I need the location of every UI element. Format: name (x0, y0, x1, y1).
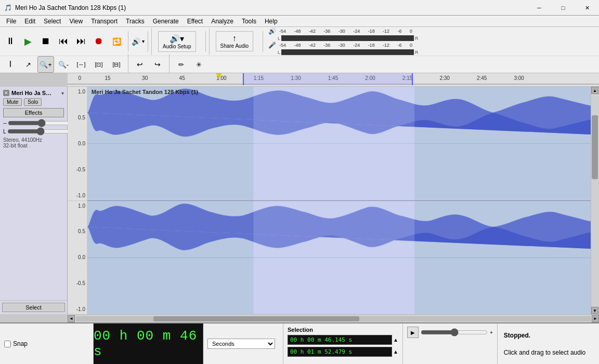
waveform-channel-2[interactable] (87, 201, 591, 315)
scroll-up-button[interactable]: ▲ (591, 87, 598, 94)
volume-icon: ─ (3, 120, 7, 126)
app-window: 🎵 Meri Ho Ja Sachet Tandon 128 Kbps (1) … (0, 0, 599, 364)
zoom-in-button[interactable]: 🔍+ (37, 56, 54, 73)
selection-times: Selection 00 h 00 m 46.145 s ▲ 00 h 01 m… (283, 323, 403, 364)
y-axis-top: 1.0 0.5 0.0 -0.5 -1.0 (68, 87, 87, 201)
undo-button[interactable]: ↩ (132, 56, 148, 73)
seconds-area: Seconds Minutes hh:mm:ss (203, 323, 283, 364)
y-label2--0.5: -0.5 (69, 280, 85, 286)
stop-button[interactable]: ⏹ (37, 33, 54, 50)
volume-row: ─ + (3, 119, 64, 127)
toolbar-separator-1 (128, 31, 128, 52)
scroll-thumb-h[interactable] (153, 316, 359, 321)
waveform-svg-1 (87, 87, 591, 200)
playback-speed-slider[interactable] (421, 328, 488, 336)
scroll-thumb-v[interactable] (592, 115, 598, 179)
mic-vu-icon: 🎤 (268, 42, 276, 49)
pan-row: L R (3, 128, 64, 135)
toolbar-row2: I ↗ 🔍+ 🔍- [↔] [⊡] [⊟] ↩ ↪ ✏ ✳ (0, 56, 599, 73)
vu-bar-2 (281, 49, 414, 55)
scroll-down-button[interactable]: ▼ (591, 307, 598, 314)
time-digits: 00 h 00 m 46 s (94, 328, 203, 359)
scroll-left-button[interactable]: ◄ (68, 315, 75, 322)
audio-setup-label: Audio Setup (163, 44, 191, 49)
toolbars: ⏸ ▶ ⏹ ⏮ ⏭ ⏺ 🔁 🔊 ▾ 🔊▾ Audio Setup (0, 27, 599, 73)
menu-tools[interactable]: Tools (238, 16, 261, 27)
track-info: Stereo, 44100Hz32-bit float (3, 137, 64, 149)
solo-button[interactable]: Solo (24, 98, 42, 106)
tracks-container: ✕ Meri Ho Ja S… ▾ Mute Solo Effects ─ + (0, 87, 599, 314)
svg-text:2:45: 2:45 (477, 75, 487, 81)
selection-tool-button[interactable]: I (2, 56, 19, 73)
selection-time-2: 00 h 01 m 52.479 s (288, 347, 392, 357)
svg-rect-22 (253, 201, 414, 315)
record-button[interactable]: ⏺ (90, 33, 107, 50)
menu-generate[interactable]: Generate (149, 16, 183, 27)
play-button[interactable]: ▶ (20, 33, 36, 50)
waveform-channel-1[interactable] (87, 87, 591, 201)
maximize-button[interactable]: □ (551, 0, 575, 16)
track-mute-solo: Mute Solo (3, 98, 64, 106)
menu-help[interactable]: Help (261, 16, 282, 27)
playback-speed-plus: + (490, 330, 493, 335)
menu-analyze[interactable]: Analyze (207, 16, 238, 27)
volume-label: ▾ (142, 38, 145, 44)
audio-setup-button[interactable]: 🔊▾ Audio Setup (158, 31, 196, 52)
envelope-tool-button[interactable]: ↗ (20, 56, 36, 73)
pause-button[interactable]: ⏸ (2, 33, 19, 50)
skip-back-button[interactable]: ⏮ (55, 33, 72, 50)
star-tool-button[interactable]: ✳ (190, 56, 207, 73)
scroll-right-button[interactable]: ► (592, 315, 599, 322)
menu-transport[interactable]: Transport (87, 16, 122, 27)
select-button[interactable]: Select (2, 303, 65, 312)
menu-view[interactable]: View (65, 16, 87, 27)
share-audio-button[interactable]: ↑ Share Audio (216, 31, 254, 51)
vu-scale-bottom: -54-48-42-36-30-24-18-12-60 (277, 43, 412, 48)
app-icon: 🎵 (4, 4, 12, 11)
menu-tracks[interactable]: Tracks (122, 16, 149, 27)
tool-sep-1 (128, 54, 128, 75)
timeline-ruler[interactable]: 0 15 30 45 1:00 1:15 1:30 1:45 2:00 2:15… (68, 73, 599, 87)
skip-forward-button[interactable]: ⏭ (73, 33, 89, 50)
share-audio-area: ↑ Share Audio (209, 28, 260, 55)
vertical-scrollbar[interactable]: ▲ ▼ (591, 87, 599, 314)
track-select-area: Select (0, 300, 67, 314)
waveform-display[interactable]: Meri Ho Ja Sachet Tandon 128 Kbps (1) (87, 87, 591, 314)
menu-select[interactable]: Select (40, 16, 65, 27)
snap-checkbox[interactable] (4, 341, 11, 347)
draw-tool-button[interactable]: ✏ (173, 56, 189, 73)
vu-bar-row-2: L R (278, 49, 419, 55)
mute-button[interactable]: Mute (3, 98, 22, 106)
pan-slider[interactable] (7, 128, 74, 135)
loop-button[interactable]: 🔁 (108, 33, 125, 50)
track-menu-button[interactable]: ▾ (61, 90, 64, 96)
audio-setup-area: 🔊▾ Audio Setup (151, 28, 202, 55)
selection-label: Selection (288, 327, 398, 333)
zoom-toggle-button[interactable]: [⊟] (108, 56, 125, 73)
waveform-section: 1.0 0.5 0.0 -0.5 -1.0 1.0 0.5 0.0 -0.5 -… (68, 87, 599, 314)
y-label2-1.0: 1.0 (69, 203, 85, 209)
menu-effect[interactable]: Effect (183, 16, 207, 27)
sel-time2-up[interactable]: ▲ (393, 349, 398, 355)
playback-play-row: ▶ + (407, 327, 493, 338)
track-header: ✕ Meri Ho Ja S… ▾ Mute Solo Effects ─ + (0, 87, 67, 300)
vu-lr-label-2: L (278, 50, 280, 55)
effects-button[interactable]: Effects (3, 108, 64, 117)
close-button[interactable]: ✕ (575, 0, 599, 16)
zoom-selection-button[interactable]: [⊡] (90, 56, 107, 73)
menu-edit[interactable]: Edit (20, 16, 40, 27)
selection-time-2-row: 00 h 01 m 52.479 s ▲ (288, 347, 398, 357)
track-close-button[interactable]: ✕ (3, 90, 9, 96)
y-label2--1.0: -1.0 (69, 306, 85, 312)
fit-project-button[interactable]: [↔] (73, 56, 89, 73)
redo-button[interactable]: ↪ (149, 56, 166, 73)
zoom-out-button[interactable]: 🔍- (55, 56, 72, 73)
gain-slider[interactable] (8, 119, 75, 127)
track-controls-panel: ✕ Meri Ho Ja S… ▾ Mute Solo Effects ─ + (0, 87, 68, 314)
sel-time1-up[interactable]: ▲ (393, 337, 398, 343)
minimize-button[interactable]: ─ (527, 0, 551, 16)
svg-text:0: 0 (78, 75, 81, 81)
seconds-dropdown[interactable]: Seconds Minutes hh:mm:ss (207, 339, 275, 349)
menu-file[interactable]: File (2, 16, 20, 27)
playback-play-button[interactable]: ▶ (407, 327, 419, 338)
